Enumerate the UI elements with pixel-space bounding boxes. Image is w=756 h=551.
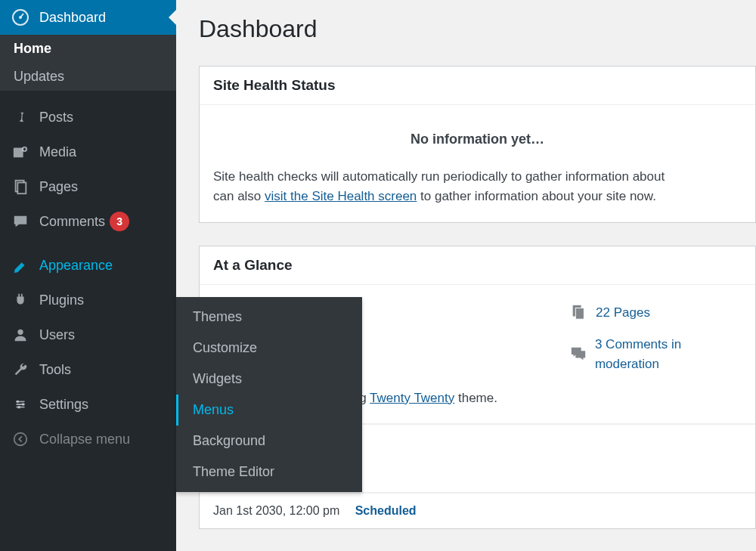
sidebar-label-plugins: Plugins [39,293,84,308]
glance-title: At a Glance [213,257,742,274]
scheduled-row: Jan 1st 2030, 12:00 pm Scheduled [200,493,755,528]
sidebar-item-posts[interactable]: Posts [0,100,176,135]
svg-rect-12 [575,308,584,319]
sidebar-item-dashboard[interactable]: Dashboard [0,0,176,35]
sidebar-label-collapse: Collapse menu [39,432,130,447]
sidebar-item-comments[interactable]: Comments 3 [0,204,176,239]
glance-pages-label: 22 Pages [596,303,650,323]
comments-icon [570,345,587,364]
site-health-desc-mid-pre: can also [213,189,265,203]
site-health-link[interactable]: visit the Site Health screen [265,189,417,203]
glance-pages[interactable]: 22 Pages [570,303,742,323]
sidebar-item-users[interactable]: Users [0,317,176,352]
glance-moderation[interactable]: 3 Comments in moderation [570,335,742,375]
sidebar-item-updates[interactable]: Updates [0,63,176,91]
sidebar-item-collapse[interactable]: Collapse menu [0,422,176,457]
sidebar-label-dashboard: Dashboard [39,10,106,26]
appearance-submenu: Themes Customize Widgets Menus Backgroun… [176,297,362,492]
sidebar-label-pages: Pages [39,179,78,195]
svg-point-6 [17,330,23,335]
pages-icon [11,177,30,197]
sidebar-label-settings: Settings [39,397,88,413]
tools-icon [11,360,30,379]
comment-icon [11,212,30,231]
svg-point-9 [17,406,20,409]
sidebar-item-tools[interactable]: Tools [0,352,176,387]
settings-icon [11,395,30,414]
svg-point-10 [14,433,27,446]
pages-icon [570,304,588,322]
page-title: Dashboard [199,15,756,43]
sidebar-item-appearance[interactable]: Appearance [0,248,176,283]
svg-rect-2 [14,148,23,158]
sidebar-label-home: Home [14,41,51,57]
glance-moderation-label: 3 Comments in moderation [595,335,742,375]
scheduled-date: Jan 1st 2030, 12:00 pm [213,504,339,517]
sidebar-label-appearance: Appearance [39,258,113,274]
site-health-desc: Site health checks will automatically ru… [213,167,742,207]
sidebar-label-comments: Comments [39,214,105,230]
submenu-item-background[interactable]: Background [176,426,362,457]
scheduled-label: Scheduled [355,504,417,517]
submenu-item-menus[interactable]: Menus [176,395,362,426]
sidebar-label-posts: Posts [39,110,73,125]
sidebar-label-users: Users [39,327,75,343]
site-health-desc-pre: Site health checks will automatically ru… [213,169,665,184]
svg-point-7 [17,401,20,404]
plugins-icon [11,290,30,310]
sidebar-label-updates: Updates [14,69,64,85]
site-health-body: No information yet… Site health checks w… [200,105,755,222]
widget-site-health: Site Health Status No information yet… S… [199,66,756,223]
site-health-no-info: No information yet… [213,129,742,150]
site-health-title: Site Health Status [213,77,742,94]
media-icon [11,142,30,162]
glance-theme-link[interactable]: Twenty Twenty [370,391,454,405]
sidebar-label-tools: Tools [39,362,71,378]
sidebar-item-media[interactable]: Media [0,135,176,169]
svg-point-1 [19,16,22,19]
users-icon [11,325,30,345]
site-health-desc-mid-post: to gather information about your site no… [417,189,656,203]
submenu-item-widgets[interactable]: Widgets [176,364,362,395]
glance-theme-post: theme. [454,391,497,405]
widget-header: Site Health Status [200,67,755,105]
sidebar-separator [0,91,176,100]
submenu-item-customize[interactable]: Customize [176,333,362,364]
submenu-item-theme-editor[interactable]: Theme Editor [176,457,362,488]
comments-badge: 3 [110,212,129,231]
admin-sidebar: Dashboard Home Updates Posts Media Pages… [0,0,176,551]
sidebar-item-settings[interactable]: Settings [0,387,176,422]
sidebar-item-plugins[interactable]: Plugins [0,283,176,317]
widget-header: At a Glance [200,246,755,285]
sidebar-item-home[interactable]: Home [0,35,176,63]
sidebar-label-media: Media [39,144,76,160]
sidebar-item-pages[interactable]: Pages [0,169,176,204]
sidebar-separator [0,239,176,248]
appearance-icon [11,255,30,275]
submenu-item-themes[interactable]: Themes [176,302,362,333]
svg-point-8 [22,403,25,406]
dashboard-icon [11,8,30,27]
svg-rect-5 [17,183,26,194]
collapse-icon [11,429,30,449]
pin-icon [11,107,30,127]
glance-col-right: 22 Pages 3 Comments in moderation [570,303,742,375]
